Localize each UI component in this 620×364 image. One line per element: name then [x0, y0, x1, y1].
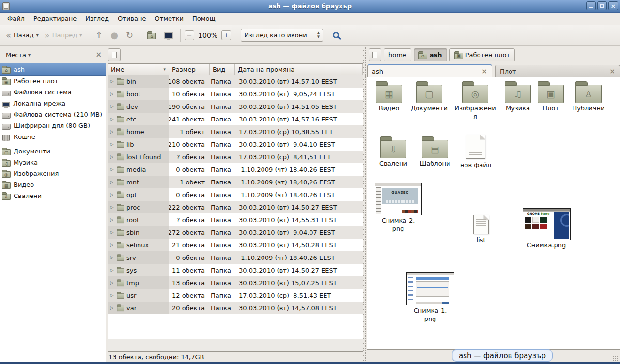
- view-mode-select[interactable]: Изглед като икони ▲▼: [241, 29, 323, 42]
- search-button[interactable]: [330, 30, 342, 40]
- table-row[interactable]: ▷proc 222 обектаПапка30.03.2010 (вт) 14,…: [108, 201, 363, 213]
- stop-button[interactable]: ●: [108, 29, 121, 42]
- expander-icon[interactable]: ▷: [109, 293, 115, 298]
- menu-file[interactable]: Файл: [3, 14, 29, 24]
- up-button[interactable]: ⇧: [93, 29, 106, 42]
- icon-item-pictures[interactable]: ◎ Изображения: [454, 80, 496, 121]
- sidebar-item-desktop[interactable]: ▣ Работен плот: [0, 76, 106, 87]
- icon-item-desktop[interactable]: ▣ Плот: [536, 80, 566, 113]
- sidebar-item-local-network[interactable]: Локална мрежа: [0, 98, 106, 109]
- minimize-button[interactable]: [586, 1, 596, 10]
- computer-button[interactable]: [161, 30, 176, 41]
- path-ash-button[interactable]: ⌂ ash: [414, 48, 447, 61]
- table-row[interactable]: ▷selinux 21 обектаПапка30.03.2010 (вт) 1…: [108, 239, 363, 251]
- menu-view[interactable]: Изглед: [81, 14, 113, 24]
- resize-grip[interactable]: [612, 356, 619, 361]
- table-row[interactable]: ▷media 0 обектаПапка 1.10.2009 (чт) 18,4…: [108, 163, 363, 176]
- sidebar-item-documents[interactable]: ▢ Документи: [0, 146, 106, 157]
- sidebar-item-filesystem[interactable]: Файлова система: [0, 87, 106, 98]
- horizontal-scrollbar[interactable]: [108, 339, 363, 351]
- file-item-snimka[interactable]: GNOME Store: [521, 208, 572, 250]
- expander-icon[interactable]: ▷: [109, 268, 115, 273]
- table-row[interactable]: ▷bin 108 обектаПапка30.03.2010 (вт) 14,5…: [108, 75, 363, 88]
- icon-item-downloads[interactable]: ⇩ Свалени: [374, 136, 413, 168]
- path-desktop-button[interactable]: ▣ Работен плот: [450, 48, 515, 61]
- path-home-button[interactable]: home: [384, 48, 411, 61]
- icon-item-music[interactable]: ♫ Музика: [499, 80, 537, 113]
- zoom-out-button[interactable]: −: [185, 30, 194, 40]
- pane-splitter[interactable]: [363, 46, 367, 362]
- zoom-in-button[interactable]: +: [221, 30, 231, 40]
- column-header-type[interactable]: Вид: [210, 64, 235, 75]
- places-selector[interactable]: Места ▾: [6, 51, 31, 59]
- sidebar-item-encrypted-80gb[interactable]: Шифриран дял (80 GB): [0, 120, 106, 131]
- table-row[interactable]: ▷etc 241 обектаПапка30.03.2010 (вт) 14,5…: [108, 113, 363, 125]
- sidebar-item-pictures[interactable]: ◎ Изображения: [0, 168, 106, 179]
- sidebar-item-music[interactable]: ♫ Музика: [0, 157, 106, 168]
- expander-icon[interactable]: ▷: [109, 217, 115, 222]
- expander-icon[interactable]: ▷: [109, 205, 115, 210]
- forward-button[interactable]: » Напред ▾: [42, 29, 85, 42]
- expander-icon[interactable]: ▷: [109, 154, 115, 159]
- icon-item-videos[interactable]: ▦ Видео: [372, 80, 406, 113]
- icon-item-documents[interactable]: ▢ Документи: [407, 80, 451, 113]
- tab-close-icon[interactable]: ×: [481, 67, 487, 75]
- location-toggle-button[interactable]: [108, 48, 121, 61]
- table-row[interactable]: ▷srv 0 обектаПапка 1.10.2009 (чт) 18,40,…: [108, 251, 363, 264]
- icon-item-templates[interactable]: ▤ Шаблони: [415, 136, 455, 168]
- icon-item-public[interactable]: ♙ Публични: [568, 80, 609, 113]
- expander-icon[interactable]: ▷: [109, 79, 115, 84]
- menu-go[interactable]: Отиване: [113, 14, 150, 24]
- menu-bookmarks[interactable]: Отметки: [150, 14, 187, 24]
- expander-icon[interactable]: ▷: [109, 104, 115, 109]
- expander-icon[interactable]: ▷: [109, 167, 115, 172]
- table-row[interactable]: ▷var 20 обектаПапка30.03.2010 (вт) 14,57…: [108, 302, 363, 314]
- expander-icon[interactable]: ▷: [109, 243, 115, 247]
- column-header-size[interactable]: Размер: [169, 64, 210, 75]
- maximize-button[interactable]: [597, 1, 607, 10]
- back-history-caret-icon[interactable]: ▾: [36, 32, 39, 38]
- back-button[interactable]: « Назад ▾: [3, 29, 42, 42]
- expander-icon[interactable]: ▷: [109, 305, 115, 310]
- close-button[interactable]: ×: [608, 1, 618, 10]
- taskbar-window-label[interactable]: ash — файлов браузър: [452, 349, 553, 362]
- table-row[interactable]: ▷lost+found ? обектаПапка17.03.2010 (ср)…: [108, 151, 363, 163]
- table-row[interactable]: ▷tmp 13 обектаПапка30.03.2010 (вт) 15,07…: [108, 276, 363, 289]
- expander-icon[interactable]: ▷: [109, 280, 115, 285]
- table-row[interactable]: ▷sys 11 обектаПапка30.03.2010 (вт) 14,50…: [108, 264, 363, 276]
- table-row[interactable]: ▷usr 12 обектаПапка17.03.2010 (ср) 8,51,…: [108, 289, 363, 302]
- column-header-date[interactable]: Дата на промяна: [235, 64, 363, 75]
- tab-ash[interactable]: ash ×: [367, 64, 492, 77]
- sidebar-item-videos[interactable]: ▦ Видео: [0, 179, 106, 190]
- table-row[interactable]: ▷root ? обектаПапка30.03.2010 (вт) 14,55…: [108, 213, 363, 226]
- reload-button[interactable]: ↻: [123, 29, 136, 42]
- combo-stepper-icon[interactable]: ▲▼: [314, 31, 320, 39]
- menu-edit[interactable]: Редактиране: [29, 14, 81, 24]
- column-header-name[interactable]: Име▾: [108, 64, 169, 75]
- sidebar-item-downloads[interactable]: ⇩ Свалени: [0, 190, 106, 201]
- tab-plot[interactable]: Плот ×: [495, 65, 620, 77]
- file-item-snimka-1[interactable]: Снимка-1.png: [405, 272, 455, 323]
- expander-icon[interactable]: ▷: [109, 255, 115, 260]
- file-item-list[interactable]: list: [465, 215, 497, 244]
- path-toggle-button[interactable]: [369, 48, 381, 61]
- table-row[interactable]: ▷lib 210 обектаПапка30.03.2010 (вт) 9,04…: [108, 138, 363, 151]
- table-row[interactable]: ▷dev 190 обектаПапка30.03.2010 (вт) 14,5…: [108, 100, 363, 113]
- table-row[interactable]: ▷opt 0 обектаПапка 1.10.2009 (чт) 18,40,…: [108, 188, 363, 201]
- sidebar-item-ash[interactable]: ⌂ ash: [0, 63, 106, 76]
- expander-icon[interactable]: ▷: [109, 192, 115, 197]
- table-row[interactable]: ▷home 1 обектПапка17.03.2010 (ср) 10,38,…: [108, 125, 363, 138]
- expander-icon[interactable]: ▷: [109, 91, 115, 96]
- expander-icon[interactable]: ▷: [109, 230, 115, 235]
- expander-icon[interactable]: ▷: [109, 180, 115, 184]
- file-item-new-file[interactable]: нов файл: [455, 135, 496, 169]
- home-button[interactable]: ⌂: [144, 29, 159, 41]
- expander-icon[interactable]: ▷: [109, 142, 115, 147]
- table-row[interactable]: ▷boot 10 обектаПапка30.03.2010 (вт) 9,05…: [108, 88, 363, 100]
- tab-close-icon[interactable]: ×: [609, 67, 615, 75]
- titlebar[interactable]: ash — файлов браузър ×: [0, 0, 620, 13]
- sidebar-item-trash[interactable]: Кошче: [0, 131, 106, 142]
- expander-icon[interactable]: ▷: [109, 117, 115, 121]
- expander-icon[interactable]: ▷: [109, 129, 115, 134]
- sidebar-close-icon[interactable]: ×: [95, 50, 102, 59]
